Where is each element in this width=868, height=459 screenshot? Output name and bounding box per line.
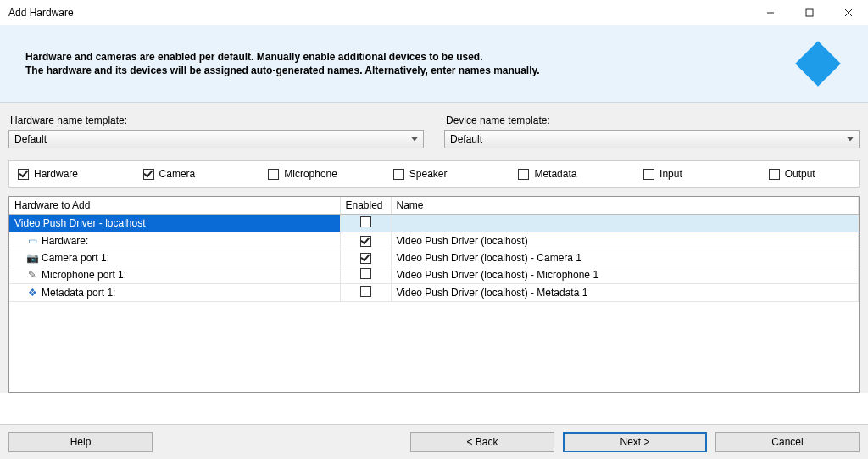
row-label-cell: ❖Metadata port 1:	[9, 284, 340, 302]
filter-label: Metadata	[534, 168, 576, 180]
checkbox-icon[interactable]	[18, 169, 29, 180]
cam-icon: 📷	[26, 252, 38, 264]
svg-rect-1	[806, 9, 813, 16]
row-label-cell: ▭Hardware:	[9, 232, 340, 249]
device-template-value: Default	[450, 133, 482, 145]
table-row[interactable]: ✎Microphone port 1:Video Push Driver (lo…	[9, 266, 859, 284]
filter-bar: HardwareCameraMicrophoneSpeakerMetadataI…	[8, 160, 860, 188]
chevron-down-icon	[847, 137, 854, 142]
group-name-cell	[391, 215, 859, 232]
row-name-cell[interactable]: Video Push Driver (localhost)	[391, 232, 859, 249]
table-group-row[interactable]: Video Push Driver - localhost	[9, 215, 859, 232]
footer-bar: Help < Back Next > Cancel	[0, 424, 868, 459]
row-enabled-cell[interactable]	[340, 249, 391, 266]
hardware-template-select[interactable]: Default	[8, 130, 424, 148]
col-hardware-to-add[interactable]: Hardware to Add	[9, 197, 340, 215]
next-button[interactable]: Next >	[563, 432, 707, 452]
checkbox-icon[interactable]	[360, 268, 371, 279]
checkbox-icon[interactable]	[393, 169, 404, 180]
checkbox-icon[interactable]	[769, 169, 780, 180]
maximize-button[interactable]	[790, 0, 829, 25]
row-label-cell: ✎Microphone port 1:	[9, 266, 340, 284]
filter-label: Output	[785, 168, 815, 180]
checkbox-icon[interactable]	[268, 169, 279, 180]
row-label: Metadata port 1:	[42, 287, 115, 299]
filter-input[interactable]: Input	[643, 168, 760, 180]
checkbox-icon[interactable]	[360, 253, 371, 264]
device-template-select[interactable]: Default	[444, 130, 860, 148]
row-label: Camera port 1:	[42, 252, 109, 264]
hardware-table: Hardware to Add Enabled Name Video Push …	[8, 196, 860, 393]
filter-microphone[interactable]: Microphone	[268, 168, 385, 180]
chevron-down-icon	[411, 137, 418, 142]
back-button[interactable]: < Back	[410, 432, 554, 452]
hardware-template-value: Default	[14, 133, 47, 145]
row-label: Microphone port 1:	[42, 269, 126, 281]
filter-label: Speaker	[409, 168, 448, 180]
banner-line1: Hardware and cameras are enabled per def…	[25, 51, 483, 63]
group-enabled-cell[interactable]	[340, 215, 391, 232]
banner-text: Hardware and cameras are enabled per def…	[25, 50, 795, 77]
filter-metadata[interactable]: Metadata	[518, 168, 635, 180]
checkbox-icon[interactable]	[643, 169, 654, 180]
row-label: Hardware:	[42, 235, 88, 247]
table-row[interactable]: ▭Hardware:Video Push Driver (localhost)	[9, 232, 859, 249]
hw-icon: ▭	[26, 235, 38, 247]
hardware-template-label: Hardware name template:	[10, 115, 424, 126]
device-template-label: Device name template:	[446, 115, 860, 126]
table-row[interactable]: ❖Metadata port 1:Video Push Driver (loca…	[9, 284, 859, 302]
filter-hardware[interactable]: Hardware	[18, 168, 135, 180]
row-label-cell: 📷Camera port 1:	[9, 249, 340, 266]
template-section: Hardware name template: Default Device n…	[8, 111, 860, 148]
help-button[interactable]: Help	[8, 432, 153, 452]
group-label: Video Push Driver - localhost	[9, 215, 340, 232]
minimize-button[interactable]	[751, 0, 790, 25]
banner-diamond-icon	[795, 41, 841, 87]
mic-icon: ✎	[26, 269, 38, 281]
row-enabled-cell[interactable]	[340, 284, 391, 302]
window-title: Add Hardware	[0, 7, 74, 19]
filter-label: Hardware	[34, 168, 78, 180]
checkbox-icon[interactable]	[360, 236, 371, 247]
info-banner: Hardware and cameras are enabled per def…	[0, 25, 868, 103]
row-enabled-cell[interactable]	[340, 232, 391, 249]
row-enabled-cell[interactable]	[340, 266, 391, 284]
table-row[interactable]: 📷Camera port 1:Video Push Driver (localh…	[9, 249, 859, 266]
banner-line2: The hardware and its devices will be ass…	[25, 64, 540, 76]
cancel-button[interactable]: Cancel	[715, 432, 860, 452]
filter-label: Camera	[159, 168, 196, 180]
filter-label: Microphone	[284, 168, 337, 180]
filter-output[interactable]: Output	[769, 168, 850, 180]
row-name-cell[interactable]: Video Push Driver (localhost) - Metadata…	[391, 284, 859, 302]
checkbox-icon[interactable]	[518, 169, 529, 180]
checkbox-icon[interactable]	[143, 169, 154, 180]
filter-label: Input	[659, 168, 682, 180]
meta-icon: ❖	[26, 287, 38, 299]
titlebar: Add Hardware	[0, 0, 868, 25]
col-name[interactable]: Name	[391, 197, 859, 215]
checkbox-icon[interactable]	[360, 286, 371, 297]
close-button[interactable]	[829, 0, 868, 25]
filter-speaker[interactable]: Speaker	[393, 168, 510, 180]
row-name-cell[interactable]: Video Push Driver (localhost) - Camera 1	[391, 249, 859, 266]
col-enabled[interactable]: Enabled	[340, 197, 391, 215]
filter-camera[interactable]: Camera	[143, 168, 260, 180]
row-name-cell[interactable]: Video Push Driver (localhost) - Micropho…	[391, 266, 859, 284]
